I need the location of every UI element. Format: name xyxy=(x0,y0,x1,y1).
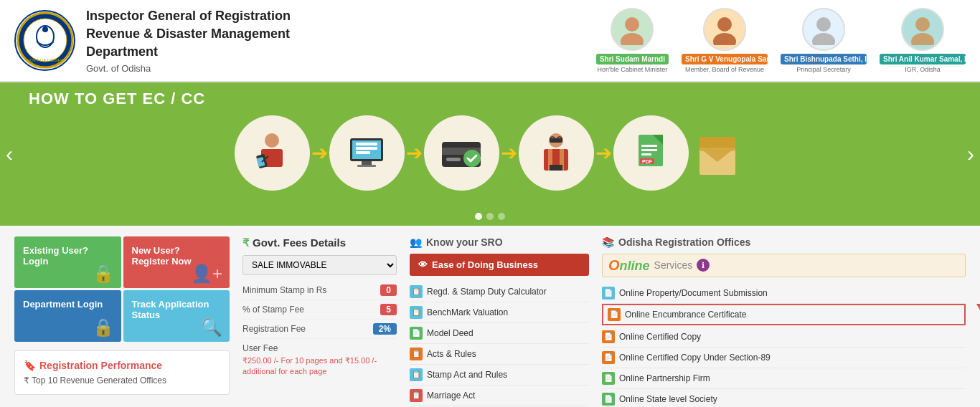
list-item[interactable]: 📋 Regd. & Stamp Duty Calculator xyxy=(410,282,589,302)
reg-performance-title: 🔖 Registration Performance xyxy=(24,360,220,371)
fees-panel: ₹ Govt. Fees Details SALE IMMOVABLEGIFTM… xyxy=(242,236,397,407)
user-fee-label: User Fee xyxy=(242,343,397,353)
envelope xyxy=(696,133,746,193)
svg-rect-39 xyxy=(641,145,657,147)
header: GOVT OF ODISHA Inspector General of Regi… xyxy=(0,0,980,82)
main-content: Existing User? Login 🔒 New User? Registe… xyxy=(0,226,980,407)
new-user-title: New User? xyxy=(132,245,222,256)
svg-text:PDF: PDF xyxy=(642,159,653,164)
list-item-enc-cert[interactable]: 📄 Online Encumbrance Certificate xyxy=(602,304,966,325)
cert-copy-89-icon: 📄 xyxy=(602,351,615,364)
list-item-state-society[interactable]: 📄 Online State level Society xyxy=(602,389,966,407)
svg-rect-40 xyxy=(641,149,657,151)
services-text-label: Services xyxy=(654,259,693,271)
login-buttons-grid: Existing User? Login 🔒 New User? Registe… xyxy=(14,236,230,342)
list-item-cert-copy-89[interactable]: 📄 Online Certified Copy Under Section-89 xyxy=(602,348,966,368)
odisha-reg-title: 📚 Odisha Registration Offices xyxy=(602,236,966,248)
online-logo-text: Online xyxy=(608,257,650,274)
banner-nav-right[interactable]: › xyxy=(967,142,974,166)
min-stamp-badge: 0 xyxy=(380,284,397,296)
list-item-prop-submit[interactable]: 📄 Online Property/Document Submission xyxy=(602,283,966,304)
user-fee-note: ₹250.00 /- For 10 pages and ₹15.00 /- ad… xyxy=(242,355,397,378)
bookmark-icon: 🔖 xyxy=(24,360,36,371)
org-title: Inspector General of Registration Revenu… xyxy=(86,7,596,62)
official-role-0: Hon'ble Cabinet Minister xyxy=(596,66,669,73)
reg-services-list: 📄 Online Property/Document Submission 📄 … xyxy=(602,283,966,407)
online-services-banner: Online Services ℹ xyxy=(602,254,966,277)
sro-title: 👥 Know your SRO xyxy=(410,236,589,248)
track-app-title: Track Application xyxy=(132,299,222,310)
info-icon[interactable]: ℹ xyxy=(697,259,710,272)
existing-user-btn[interactable]: Existing User? Login 🔒 xyxy=(14,236,121,288)
svg-point-3 xyxy=(42,27,48,32)
reg-performance-sub: ₹ Top 10 Revenue Generated Offices xyxy=(24,375,220,386)
new-user-btn[interactable]: New User? Register Now 👤+ xyxy=(123,236,230,288)
header-logo: GOVT OF ODISHA xyxy=(14,10,75,71)
dot-3[interactable] xyxy=(498,213,505,220)
list-item[interactable]: 📋 Acts & Rules xyxy=(410,344,589,365)
step-2 xyxy=(329,115,405,191)
svg-text:GOVT OF ODISHA: GOVT OF ODISHA xyxy=(27,58,64,62)
sale-type-select[interactable]: SALE IMMOVABLEGIFTMORTGAGELEASE xyxy=(242,255,397,275)
svg-rect-24 xyxy=(357,165,376,167)
list-item[interactable]: 📋 Stamp Act and Rules xyxy=(410,365,589,386)
reg-fee-badge: 2% xyxy=(373,323,397,335)
official-name-1: Shri G V Venugopala Sarma, IAS xyxy=(682,54,768,64)
official-avatar-2 xyxy=(802,8,845,51)
left-panel: Existing User? Login 🔒 New User? Registe… xyxy=(14,236,230,407)
svg-rect-22 xyxy=(356,151,370,154)
logo-icon: GOVT OF ODISHA xyxy=(17,11,74,69)
banner: HOW TO GET EC / CC ‹ › ➔ xyxy=(0,82,980,226)
eye-icon: 👁 xyxy=(418,259,428,270)
step-1 xyxy=(235,115,310,191)
official-name-3: Shri Anil Kumar Samal, IAS xyxy=(880,54,966,64)
enc-cert-icon: 📄 xyxy=(608,308,621,321)
dot-2[interactable] xyxy=(486,213,494,220)
step5-icon: PDF xyxy=(626,128,676,178)
lock-icon-1: 🔒 xyxy=(93,264,114,284)
svg-point-5 xyxy=(625,17,639,32)
track-app-btn[interactable]: Track Application Status 🔍 xyxy=(123,290,230,342)
official-name-2: Shri Bishnupada Sethi, IAS xyxy=(781,54,867,64)
sro-list: 📋 Regd. & Stamp Duty Calculator 📋 BenchM… xyxy=(410,282,589,407)
partnership-icon: 📄 xyxy=(602,372,615,385)
official-role-1: Member, Board of Revenue xyxy=(682,66,768,73)
dot-1[interactable] xyxy=(475,213,482,220)
svg-point-6 xyxy=(621,33,644,45)
existing-user-title: Existing User? xyxy=(23,245,113,256)
svg-point-10 xyxy=(812,33,835,45)
dept-login-title: Department Login xyxy=(23,299,113,310)
svg-point-13 xyxy=(265,133,279,148)
svg-marker-49 xyxy=(976,304,980,314)
banner-nav-left[interactable]: ‹ xyxy=(6,142,13,166)
svg-point-8 xyxy=(713,33,736,45)
red-arrow-indicator xyxy=(961,277,980,318)
fees-row-1: Minimum Stamp in Rs 0 xyxy=(242,281,397,300)
sro-panel: 👥 Know your SRO 👁 Ease of Doing Business… xyxy=(410,236,589,407)
official-name-0: Shri Sudam Marndi xyxy=(596,54,669,64)
red-arrow-svg xyxy=(961,277,980,316)
step-5: PDF xyxy=(613,115,689,191)
step1-icon xyxy=(247,128,297,178)
search-icon: 🔍 xyxy=(201,317,222,337)
list-item-partnership[interactable]: 📄 Online Partnership Firm xyxy=(602,368,966,389)
svg-rect-27 xyxy=(446,158,461,161)
banner-steps: ➔ ➔ ➔ xyxy=(29,115,951,191)
list-item[interactable]: 📋 BenchMark Valuation xyxy=(410,302,589,323)
list-item[interactable]: 📄 Model Deed xyxy=(410,323,589,344)
step-3 xyxy=(424,115,499,191)
banner-dots xyxy=(475,213,505,220)
state-society-icon: 📄 xyxy=(602,393,615,406)
svg-point-7 xyxy=(717,17,732,32)
marriage-act-icon: 📋 xyxy=(410,389,423,402)
rupee-icon: ₹ xyxy=(242,236,250,249)
ease-of-business-banner[interactable]: 👁 Ease of Doing Business xyxy=(410,254,589,276)
dept-login-btn[interactable]: Department Login 🔒 xyxy=(14,290,121,342)
people-icon: 👥 xyxy=(410,236,422,248)
reg-performance-box: 🔖 Registration Performance ₹ Top 10 Reve… xyxy=(14,350,230,395)
header-text: Inspector General of Registration Revenu… xyxy=(86,7,596,74)
stamp-act-icon: 📋 xyxy=(410,368,423,381)
list-item-cert-copy[interactable]: 📄 Online Certified Copy xyxy=(602,327,966,348)
list-item[interactable]: 📋 Marriage Act xyxy=(410,386,589,406)
svg-point-12 xyxy=(911,33,934,45)
